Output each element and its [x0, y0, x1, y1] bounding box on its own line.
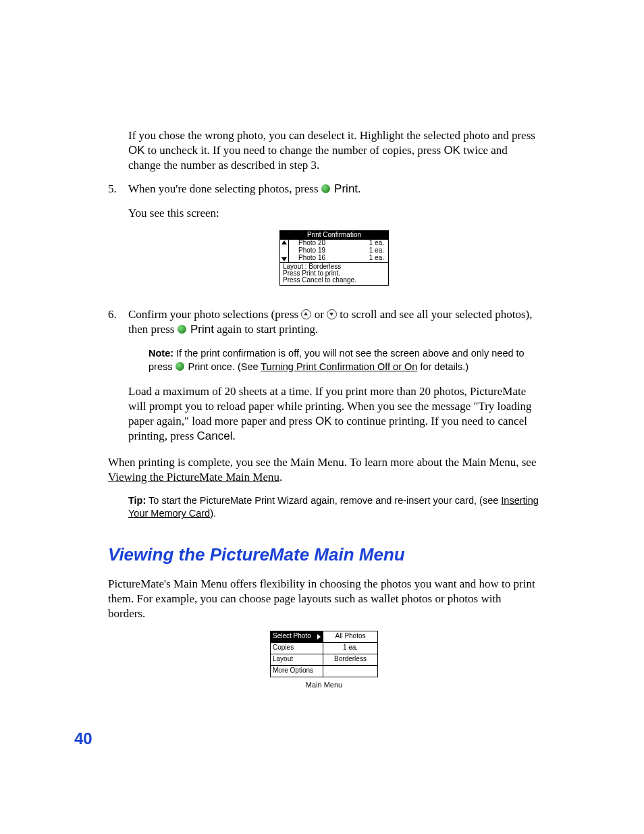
step-text: When you're done selecting photos, press…: [128, 182, 540, 197]
print-button-icon: [176, 362, 184, 371]
lcd-caption: Main Menu: [270, 680, 378, 689]
text: When you're done selecting photos, press: [128, 182, 321, 195]
tip-block: Tip: To start the PictureMate Print Wiza…: [128, 494, 540, 521]
note-block: Note: If the print confirmation is off, …: [149, 347, 540, 373]
text: again to start printing.: [214, 323, 318, 336]
text: Confirm your photo selections (press: [128, 308, 301, 321]
up-button-icon: [301, 309, 311, 319]
ok-label: OK: [315, 415, 332, 427]
photo-qty: 1 ea.: [369, 255, 384, 262]
text: ).: [210, 508, 216, 519]
menu-value: All Photos: [323, 632, 377, 641]
menu-row: More Options: [271, 665, 377, 677]
arrow-up-icon: [281, 240, 287, 244]
note-label: Note:: [149, 348, 173, 359]
cancel-label: Cancel: [197, 429, 233, 442]
lcd-title: Print Confirmation: [280, 231, 388, 240]
step-5: 5. When you're done selecting photos, pr…: [108, 182, 540, 298]
print-label: Print: [188, 361, 209, 372]
text: When printing is complete, you see the M…: [108, 456, 536, 469]
text: once. (See: [208, 361, 261, 372]
step-text: Confirm your photo selections (press or …: [128, 307, 540, 337]
text: for details.): [417, 361, 468, 372]
menu-left: Copies: [271, 643, 323, 654]
menu-value: 1 ea.: [323, 644, 377, 652]
text: .: [358, 182, 360, 195]
main-menu-screen: Select Photo All Photos Copies 1 ea. Lay…: [270, 631, 378, 677]
menu-row: Layout Borderless: [271, 654, 377, 665]
menu-label: Select Photo: [273, 632, 311, 641]
print-button-icon: [178, 325, 186, 334]
section-heading: Viewing the PictureMate Main Menu: [108, 544, 540, 566]
text: .: [279, 471, 282, 484]
print-confirmation-screen: Print Confirmation Photo 20 1 ea. Photo …: [279, 230, 389, 286]
text: .: [232, 429, 235, 442]
step-6: 6. Confirm your photo selections (press …: [108, 307, 540, 453]
heading-paragraph: PictureMate's Main Menu offers flexibili…: [108, 577, 540, 621]
ok-label: OK: [128, 144, 145, 157]
page-number: 40: [74, 729, 92, 748]
menu-label: Copies: [273, 644, 294, 652]
menu-row: Copies 1 ea.: [271, 642, 377, 654]
menu-left-selected: Select Photo: [271, 631, 323, 642]
text: or: [311, 308, 327, 321]
menu-left: Layout: [271, 654, 323, 665]
lcd-footer-line: Press Cancel to change.: [283, 277, 385, 284]
menu-left: More Options: [271, 666, 323, 677]
arrow-down-icon: [281, 257, 287, 261]
step-number: 5.: [108, 182, 128, 298]
step-subtext: You see this screen:: [128, 206, 540, 221]
deselect-paragraph: If you chose the wrong photo, you can de…: [128, 128, 540, 172]
selected-arrow-icon: [317, 634, 321, 640]
photo-name: Photo 16: [298, 255, 325, 262]
load-paper-paragraph: Load a maximum of 20 sheets at a time. I…: [128, 384, 540, 443]
menu-row: Select Photo All Photos: [271, 631, 377, 642]
lcd-footer: Layout : Borderless Press Print to print…: [280, 262, 388, 285]
step-number: 6.: [108, 307, 128, 453]
print-button-icon: [321, 184, 330, 193]
link-print-confirmation[interactable]: Turning Print Confirmation Off or On: [261, 361, 417, 372]
printing-complete-paragraph: When printing is complete, you see the M…: [108, 455, 540, 485]
tip-label: Tip:: [128, 495, 146, 506]
link-main-menu[interactable]: Viewing the PictureMate Main Menu: [108, 471, 279, 484]
print-label: Print: [190, 323, 214, 336]
print-label: Print: [334, 182, 358, 195]
text: To start the PictureMate Print Wizard ag…: [146, 495, 501, 506]
down-button-icon: [327, 309, 337, 319]
text: to uncheck it. If you need to change the…: [145, 144, 444, 157]
menu-label: More Options: [273, 667, 313, 675]
menu-value: Borderless: [323, 655, 377, 664]
menu-label: Layout: [273, 655, 293, 664]
text: If you chose the wrong photo, you can de…: [128, 129, 535, 142]
ok-label: OK: [444, 144, 460, 157]
lcd-row: Photo 16 1 ea.: [289, 255, 388, 262]
lcd-scroll-arrows: [280, 240, 289, 262]
